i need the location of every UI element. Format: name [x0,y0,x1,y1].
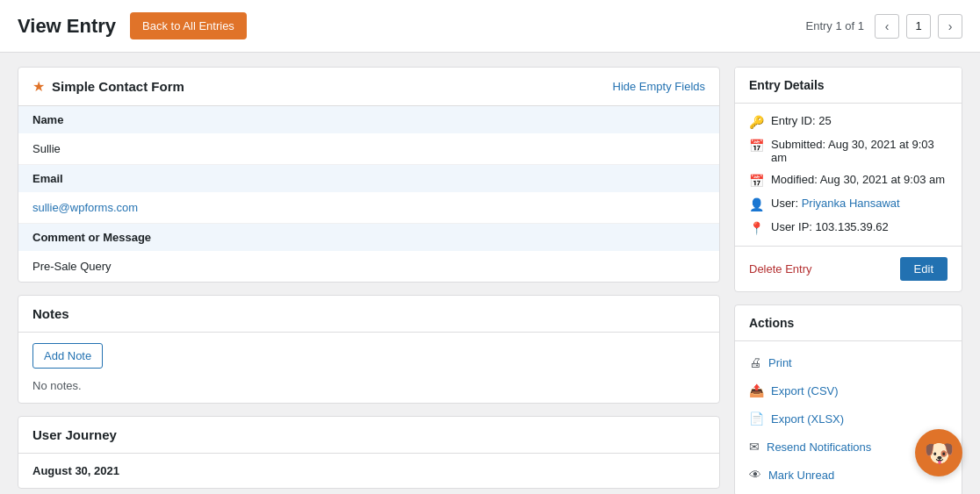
notes-card: Notes Add Note No notes. [18,295,720,404]
modified-text: Modified: Aug 30, 2021 at 9:03 am [771,173,945,186]
detail-row-user: 👤 User: Priyanka Hansawat [749,197,948,211]
top-bar-right: Entry 1 of 1 ‹ 1 › [806,14,962,39]
entry-details-title: Entry Details [735,68,962,104]
form-card: ★ Simple Contact Form Hide Empty Fields … [18,67,720,283]
user-icon: 👤 [749,197,764,211]
form-card-header: ★ Simple Contact Form Hide Empty Fields [18,68,719,106]
print-label: Print [768,356,792,369]
user-journey-body: August 30, 2021 [18,454,719,488]
entry-id-text: Entry ID: 25 [771,114,832,127]
user-ip-text: User IP: 103.135.39.62 [771,220,889,233]
detail-row-submitted: 📅 Submitted: Aug 30, 2021 at 9:03 am [749,138,948,164]
entry-counter: Entry 1 of 1 [806,19,864,32]
detail-row-modified: 📅 Modified: Aug 30, 2021 at 9:03 am [749,173,948,188]
export-xlsx-label: Export (XLSX) [771,412,844,426]
export-csv-icon: 📤 [749,383,764,397]
email-link[interactable]: sullie@wpforms.com [32,201,138,214]
field-value-email: sullie@wpforms.com [18,192,719,224]
star-icon: ★ [32,78,45,95]
field-label-email: Email [18,165,719,192]
notes-title: Notes [18,296,719,333]
prev-entry-button[interactable]: ‹ [875,14,899,39]
entry-details-footer: Delete Entry Edit [735,246,962,291]
action-export-xlsx[interactable]: 📄 Export (XLSX) [735,405,962,433]
top-bar: View Entry Back to All Entries Entry 1 o… [0,0,980,53]
mark-unread-icon: 👁 [749,468,761,482]
location-icon: 📍 [749,221,764,235]
user-text: User: Priyanka Hansawat [771,197,900,210]
field-value-name: Sullie [18,133,719,165]
submitted-text: Submitted: Aug 30, 2021 at 9:03 am [771,138,948,164]
resend-icon: ✉ [749,440,760,454]
edit-button[interactable]: Edit [900,257,948,281]
key-icon: 🔑 [749,115,764,129]
export-xlsx-icon: 📄 [749,412,764,426]
field-label-comment: Comment or Message [18,224,719,251]
entry-details-body: 🔑 Entry ID: 25 📅 Submitted: Aug 30, 2021… [735,104,962,246]
action-print[interactable]: 🖨 Print [735,348,962,376]
main-content: ★ Simple Contact Form Hide Empty Fields … [0,53,980,494]
calendar-icon: 📅 [749,139,764,153]
current-page-number: 1 [906,14,931,39]
next-entry-button[interactable]: › [938,14,962,39]
journey-date: August 30, 2021 [32,464,705,477]
calendar-modified-icon: 📅 [749,174,764,188]
left-column: ★ Simple Contact Form Hide Empty Fields … [18,67,720,494]
export-csv-label: Export (CSV) [771,384,839,397]
notes-body: Add Note No notes. [18,333,719,403]
user-journey-title: User Journey [18,417,719,454]
field-value-comment: Pre-Sale Query [18,251,719,282]
right-column: Entry Details 🔑 Entry ID: 25 📅 Submitted… [734,67,962,494]
top-bar-left: View Entry Back to All Entries [18,12,247,39]
actions-title: Actions [735,305,962,341]
user-link[interactable]: Priyanka Hansawat [802,197,900,210]
field-label-name: Name [18,106,719,133]
delete-entry-link[interactable]: Delete Entry [749,262,812,276]
form-name: Simple Contact Form [52,79,184,94]
action-export-csv[interactable]: 📤 Export (CSV) [735,376,962,405]
back-to-entries-button[interactable]: Back to All Entries [130,12,247,39]
print-icon: 🖨 [749,355,761,369]
detail-row-id: 🔑 Entry ID: 25 [749,114,948,129]
no-notes-text: No notes. [32,379,705,392]
add-note-button[interactable]: Add Note [32,343,103,369]
page-title: View Entry [18,15,116,38]
wpforms-mascot[interactable]: 🐶 [915,429,962,476]
page-wrapper: View Entry Back to All Entries Entry 1 o… [0,0,980,494]
detail-row-ip: 📍 User IP: 103.135.39.62 [749,220,948,235]
resend-label: Resend Notifications [767,440,871,454]
user-journey-card: User Journey August 30, 2021 [18,416,720,489]
mark-unread-label: Mark Unread [768,469,834,482]
entry-details-card: Entry Details 🔑 Entry ID: 25 📅 Submitted… [734,67,962,292]
form-title-area: ★ Simple Contact Form [32,78,184,95]
hide-empty-fields-link[interactable]: Hide Empty Fields [613,80,705,93]
